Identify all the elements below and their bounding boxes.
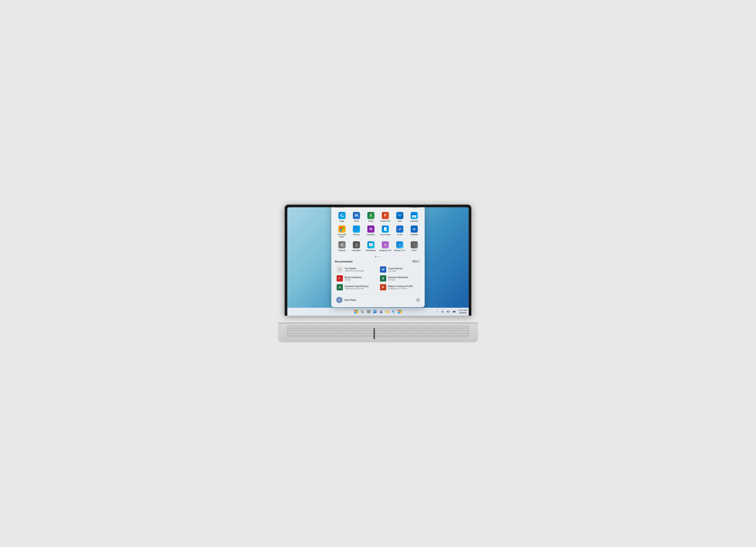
rec-expense[interactable]: X Expense Worksheet 12h ago — [378, 274, 421, 283]
app-msstore[interactable]: Microsoft Store — [335, 224, 349, 240]
app-whiteboard[interactable]: Whiteboard — [364, 240, 378, 253]
svg-rect-19 — [415, 214, 415, 214]
photos-label: Photos — [353, 234, 359, 236]
key — [302, 326, 315, 328]
svg-rect-56 — [356, 312, 358, 313]
calendar-label: Calendar — [410, 220, 418, 222]
key — [386, 331, 402, 333]
app-linkedin[interactable]: in LinkedIn — [407, 224, 421, 240]
app-mail[interactable]: Mail — [393, 211, 407, 224]
key — [452, 331, 468, 333]
dot-1 — [375, 256, 376, 257]
page-dots — [335, 256, 421, 257]
svg-rect-59 — [367, 310, 368, 311]
taskbar-windows-start[interactable] — [354, 309, 359, 314]
svg-point-35 — [356, 245, 356, 246]
rec-get-started[interactable]: Get Started Welcome to Windows — [335, 265, 378, 274]
taskbar-wifi-icon[interactable] — [440, 309, 445, 314]
svg-rect-54 — [356, 310, 358, 311]
recommended-header: Recommended More › — [335, 260, 421, 263]
dot-2 — [378, 256, 378, 257]
taskbar-edge[interactable] — [391, 309, 396, 314]
app-powerpoint[interactable]: P PowerPoint — [378, 211, 392, 224]
app-edge[interactable]: Edge — [335, 211, 349, 224]
svg-point-39 — [357, 246, 357, 246]
photos-icon — [353, 226, 360, 233]
calendar-icon: 21 — [411, 212, 418, 219]
excel-icon: X — [367, 212, 374, 219]
power-button[interactable] — [415, 297, 421, 303]
rec-brand[interactable]: P Brand Guidelines 2h ago — [335, 274, 378, 283]
adatum-name: Adatum Company Profile — [388, 285, 413, 287]
taskbar-file-explorer[interactable] — [385, 309, 390, 314]
app-snipping[interactable]: Snipping Tool — [378, 240, 392, 253]
excel-label: Excel — [368, 220, 373, 222]
app-onenote[interactable]: N OneNote — [364, 224, 378, 240]
rec-payroll[interactable]: X Quarterly Payroll Report Yesterday at … — [335, 283, 378, 291]
key — [455, 326, 468, 328]
clock-icon — [411, 241, 418, 248]
key — [403, 331, 419, 333]
key — [320, 331, 336, 333]
get-started-text: Get Started Welcome to Windows — [345, 267, 364, 272]
clock-label: Clock — [412, 249, 417, 252]
rec-travel[interactable]: W Travel Itinerary 17m ago — [378, 265, 421, 274]
taskbar-chevron-up[interactable]: ∧ — [436, 310, 439, 313]
svg-rect-63 — [373, 310, 375, 311]
todo-icon — [396, 226, 403, 233]
yourphone-label: Your Phone — [380, 234, 390, 236]
all-apps-button[interactable]: All apps › — [408, 207, 421, 208]
svg-rect-74 — [455, 311, 456, 312]
key — [420, 331, 436, 333]
app-excel[interactable]: X Excel — [364, 211, 378, 224]
key — [357, 326, 371, 328]
key — [354, 331, 370, 333]
key — [333, 329, 348, 331]
travel-text: Travel Itinerary 17m ago — [388, 267, 403, 272]
key — [430, 334, 468, 336]
mail-label: Mail — [398, 220, 402, 222]
taskbar-datetime[interactable]: 11:11 AM 10/20/21 — [458, 309, 467, 314]
app-clock[interactable]: Clock — [407, 240, 421, 253]
touchpad[interactable] — [365, 337, 391, 341]
taskbar-task-view[interactable] — [366, 309, 371, 314]
svg-rect-68 — [398, 310, 400, 311]
brand-name: Brand Guidelines — [345, 276, 362, 279]
svg-point-34 — [355, 245, 356, 246]
settings-label: Settings — [338, 249, 346, 252]
taskbar-search[interactable] — [360, 309, 365, 314]
powerpoint-icon: P — [382, 212, 389, 219]
key — [303, 329, 317, 331]
key — [385, 326, 399, 328]
app-movies[interactable]: Movies & TV — [393, 240, 407, 253]
key-row-2 — [288, 329, 468, 331]
app-settings[interactable]: Settings — [335, 240, 349, 253]
more-button[interactable]: More › — [411, 260, 421, 263]
taskbar-msstore[interactable] — [397, 309, 402, 314]
todo-label: To Do — [397, 234, 402, 236]
app-calculator[interactable]: Calculator — [349, 240, 363, 253]
key — [439, 329, 453, 331]
brand-text: Brand Guidelines 2h ago — [345, 276, 362, 281]
user-profile[interactable]: S Sara Philips — [335, 296, 357, 304]
dot-3 — [380, 256, 381, 257]
app-word[interactable]: W Word — [349, 211, 363, 224]
taskbar-volume-icon[interactable] — [446, 309, 451, 314]
taskbar-teams[interactable] — [378, 309, 384, 314]
taskbar-widgets[interactable] — [372, 309, 378, 314]
keyboard-keys — [287, 325, 469, 337]
app-todo[interactable]: To Do — [393, 224, 407, 240]
app-yourphone[interactable]: Your Phone — [378, 224, 392, 240]
taskbar-battery-icon[interactable] — [452, 309, 457, 314]
rec-adatum[interactable]: P Adatum Company Profile Yesterday at 1:… — [378, 283, 421, 291]
payroll-icon: X — [337, 284, 343, 290]
snipping-label: Snipping Tool — [379, 249, 391, 252]
key — [424, 329, 438, 331]
pinned-label: Pinned — [335, 207, 343, 208]
taskbar-date-value: 10/20/21 — [458, 312, 467, 314]
taskbar-right: ∧ 11:11 AM 10/20/21 — [436, 309, 467, 314]
recommended-grid: Get Started Welcome to Windows W Travel … — [335, 265, 421, 291]
app-photos[interactable]: Photos — [349, 224, 363, 240]
travel-icon: W — [380, 266, 386, 273]
app-calendar[interactable]: 21 Calendar — [407, 211, 421, 224]
